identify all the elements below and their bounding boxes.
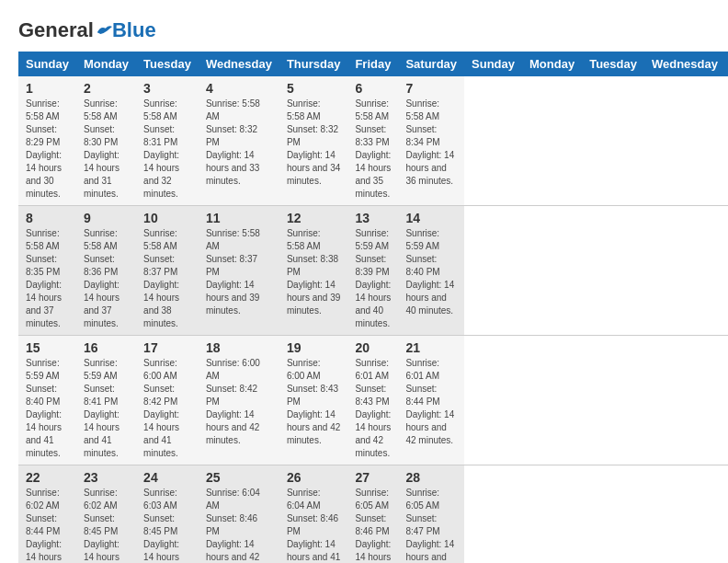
calendar-cell: 26Sunrise: 6:04 AMSunset: 8:46 PMDayligh… [279, 465, 348, 564]
calendar-cell: 18Sunrise: 6:00 AMSunset: 8:42 PMDayligh… [199, 336, 279, 465]
day-info: Sunrise: 6:00 AMSunset: 8:42 PMDaylight:… [206, 357, 272, 447]
calendar-day-header: Tuesday [136, 52, 199, 76]
day-number: 1 [26, 81, 69, 96]
day-number: 13 [355, 211, 391, 225]
day-info: Sunrise: 6:03 AMSunset: 8:45 PMDaylight:… [143, 487, 191, 563]
day-number: 12 [287, 211, 341, 225]
day-info: Sunrise: 5:58 AMSunset: 8:33 PMDaylight:… [355, 98, 391, 201]
calendar-cell: 11Sunrise: 5:58 AMSunset: 8:37 PMDayligh… [199, 206, 279, 336]
day-number: 23 [84, 470, 129, 485]
day-number: 21 [405, 340, 457, 355]
calendar-cell: 4Sunrise: 5:58 AMSunset: 8:32 PMDaylight… [199, 76, 279, 206]
calendar-day-header: Wednesday [199, 52, 279, 76]
calendar-cell: 17Sunrise: 6:00 AMSunset: 8:42 PMDayligh… [136, 336, 199, 465]
calendar-table: SundayMondayTuesdayWednesdayThursdayFrid… [18, 52, 728, 563]
day-number: 3 [143, 81, 191, 96]
day-number: 16 [84, 340, 129, 355]
calendar-day-header: Sunday [464, 52, 522, 76]
day-info: Sunrise: 6:05 AMSunset: 8:47 PMDaylight:… [405, 487, 457, 563]
day-number: 27 [355, 470, 391, 485]
day-info: Sunrise: 6:00 AMSunset: 8:43 PMDaylight:… [287, 357, 341, 447]
calendar-cell: 19Sunrise: 6:00 AMSunset: 8:43 PMDayligh… [279, 336, 348, 465]
day-number: 26 [287, 470, 341, 485]
calendar-cell: 2Sunrise: 5:58 AMSunset: 8:30 PMDaylight… [76, 76, 136, 206]
page-header: General Blue [18, 18, 710, 42]
day-info: Sunrise: 5:58 AMSunset: 8:38 PMDaylight:… [287, 227, 341, 317]
day-info: Sunrise: 6:04 AMSunset: 8:46 PMDaylight:… [287, 487, 341, 563]
day-number: 9 [84, 211, 129, 225]
calendar-cell: 21Sunrise: 6:01 AMSunset: 8:44 PMDayligh… [398, 336, 464, 465]
day-info: Sunrise: 6:04 AMSunset: 8:46 PMDaylight:… [206, 487, 272, 563]
logo: General Blue [18, 18, 156, 42]
day-number: 19 [287, 340, 341, 355]
day-info: Sunrise: 5:58 AMSunset: 8:37 PMDaylight:… [206, 227, 272, 317]
day-number: 18 [206, 340, 272, 355]
logo-general: General [18, 18, 94, 42]
day-number: 25 [206, 470, 272, 485]
day-info: Sunrise: 5:58 AMSunset: 8:34 PMDaylight:… [405, 98, 457, 188]
day-info: Sunrise: 5:59 AMSunset: 8:40 PMDaylight:… [405, 227, 457, 317]
calendar-day-header: Tuesday [582, 52, 644, 76]
calendar-day-header: Thursday [279, 52, 348, 76]
day-number: 24 [143, 470, 191, 485]
calendar-cell: 28Sunrise: 6:05 AMSunset: 8:47 PMDayligh… [398, 465, 464, 564]
calendar-cell: 27Sunrise: 6:05 AMSunset: 8:46 PMDayligh… [347, 465, 398, 564]
day-number: 4 [206, 81, 272, 96]
calendar-cell: 23Sunrise: 6:02 AMSunset: 8:45 PMDayligh… [76, 465, 136, 564]
calendar-cell: 20Sunrise: 6:01 AMSunset: 8:43 PMDayligh… [347, 336, 398, 465]
calendar-day-header: Wednesday [644, 52, 725, 76]
day-info: Sunrise: 6:02 AMSunset: 8:45 PMDaylight:… [84, 487, 129, 563]
calendar-cell: 25Sunrise: 6:04 AMSunset: 8:46 PMDayligh… [199, 465, 279, 564]
calendar-day-header: Saturday [398, 52, 464, 76]
calendar-cell: 9Sunrise: 5:58 AMSunset: 8:36 PMDaylight… [76, 206, 136, 336]
day-info: Sunrise: 5:58 AMSunset: 8:29 PMDaylight:… [26, 98, 69, 201]
day-info: Sunrise: 5:58 AMSunset: 8:36 PMDaylight:… [84, 227, 129, 330]
day-number: 11 [206, 211, 272, 225]
calendar-cell: 24Sunrise: 6:03 AMSunset: 8:45 PMDayligh… [136, 465, 199, 564]
calendar-cell: 10Sunrise: 5:58 AMSunset: 8:37 PMDayligh… [136, 206, 199, 336]
day-info: Sunrise: 5:59 AMSunset: 8:41 PMDaylight:… [84, 357, 129, 460]
day-info: Sunrise: 6:00 AMSunset: 8:42 PMDaylight:… [143, 357, 191, 460]
calendar-cell: 12Sunrise: 5:58 AMSunset: 8:38 PMDayligh… [279, 206, 348, 336]
calendar-day-header: Monday [522, 52, 582, 76]
calendar-week-row: 8Sunrise: 5:58 AMSunset: 8:35 PMDaylight… [18, 206, 728, 336]
day-info: Sunrise: 5:58 AMSunset: 8:32 PMDaylight:… [206, 98, 272, 188]
calendar-cell: 8Sunrise: 5:58 AMSunset: 8:35 PMDaylight… [18, 206, 76, 336]
calendar-week-row: 22Sunrise: 6:02 AMSunset: 8:44 PMDayligh… [18, 465, 728, 564]
day-info: Sunrise: 6:05 AMSunset: 8:46 PMDaylight:… [355, 487, 391, 563]
day-number: 6 [355, 81, 391, 96]
day-info: Sunrise: 5:58 AMSunset: 8:31 PMDaylight:… [143, 98, 191, 201]
calendar-cell: 5Sunrise: 5:58 AMSunset: 8:32 PMDaylight… [279, 76, 348, 206]
calendar-header-row: SundayMondayTuesdayWednesdayThursdayFrid… [18, 52, 728, 76]
calendar-cell: 15Sunrise: 5:59 AMSunset: 8:40 PMDayligh… [18, 336, 76, 465]
day-number: 20 [355, 340, 391, 355]
calendar-day-header: Monday [76, 52, 136, 76]
calendar-cell: 13Sunrise: 5:59 AMSunset: 8:39 PMDayligh… [347, 206, 398, 336]
day-info: Sunrise: 5:58 AMSunset: 8:30 PMDaylight:… [84, 98, 129, 201]
calendar-day-header: Friday [347, 52, 398, 76]
day-number: 14 [405, 211, 457, 225]
logo-bird-icon [96, 24, 112, 37]
calendar-day-header: Sunday [18, 52, 76, 76]
calendar-week-row: 1Sunrise: 5:58 AMSunset: 8:29 PMDaylight… [18, 76, 728, 206]
day-number: 15 [26, 340, 69, 355]
day-number: 22 [26, 470, 69, 485]
calendar-cell: 16Sunrise: 5:59 AMSunset: 8:41 PMDayligh… [76, 336, 136, 465]
calendar-cell: 1Sunrise: 5:58 AMSunset: 8:29 PMDaylight… [18, 76, 76, 206]
day-info: Sunrise: 6:02 AMSunset: 8:44 PMDaylight:… [26, 487, 69, 563]
day-number: 2 [84, 81, 129, 96]
day-info: Sunrise: 5:58 AMSunset: 8:32 PMDaylight:… [287, 98, 341, 188]
calendar-cell: 22Sunrise: 6:02 AMSunset: 8:44 PMDayligh… [18, 465, 76, 564]
calendar-cell: 7Sunrise: 5:58 AMSunset: 8:34 PMDaylight… [398, 76, 464, 206]
day-info: Sunrise: 5:59 AMSunset: 8:39 PMDaylight:… [355, 227, 391, 330]
day-info: Sunrise: 5:58 AMSunset: 8:37 PMDaylight:… [143, 227, 191, 330]
logo-blue: Blue [112, 18, 156, 42]
day-info: Sunrise: 6:01 AMSunset: 8:43 PMDaylight:… [355, 357, 391, 460]
day-info: Sunrise: 5:58 AMSunset: 8:35 PMDaylight:… [26, 227, 69, 330]
day-number: 8 [26, 211, 69, 225]
day-info: Sunrise: 5:59 AMSunset: 8:40 PMDaylight:… [26, 357, 69, 460]
day-number: 28 [405, 470, 457, 485]
day-number: 17 [143, 340, 191, 355]
day-number: 7 [405, 81, 457, 96]
calendar-cell: 6Sunrise: 5:58 AMSunset: 8:33 PMDaylight… [347, 76, 398, 206]
